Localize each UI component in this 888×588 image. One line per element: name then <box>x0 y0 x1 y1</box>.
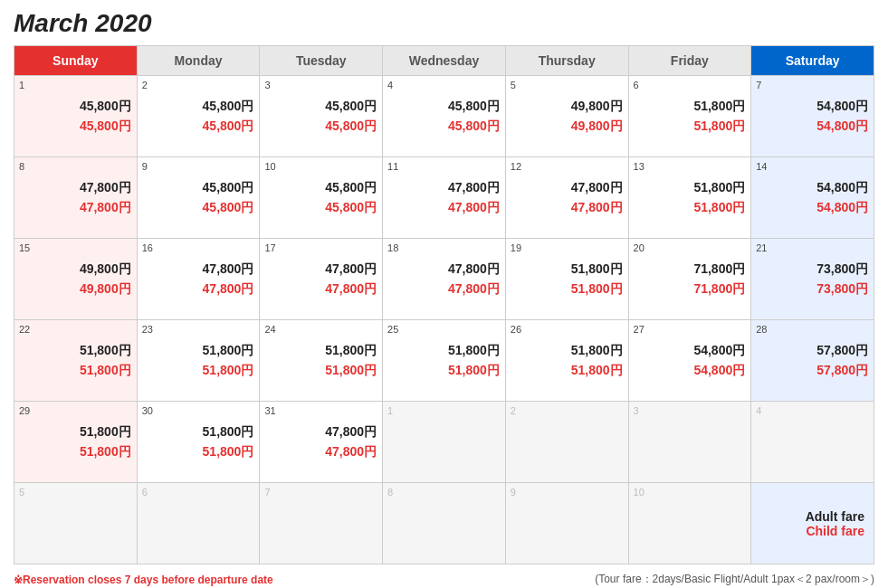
child-fare: 51,800円 <box>511 360 623 380</box>
day-number: 1 <box>19 80 24 90</box>
fare-block: 54,800円54,800円 <box>757 177 868 218</box>
day-number: 5 <box>511 80 516 90</box>
calendar-cell-13: 1351,800円51,800円 <box>628 157 751 239</box>
child-fare: 51,800円 <box>20 360 131 380</box>
fare-block: 51,800円51,800円 <box>265 340 377 381</box>
fare-block: 73,800円73,800円 <box>757 259 868 299</box>
header-wednesday: Wednesday <box>383 46 506 76</box>
day-number: 29 <box>19 405 30 416</box>
fare-block: 51,800円51,800円 <box>20 340 131 381</box>
child-fare: 47,800円 <box>388 279 500 299</box>
adult-fare: 47,800円 <box>265 422 377 441</box>
fare-block: 71,800円71,800円 <box>635 259 746 299</box>
adult-fare: 45,800円 <box>265 177 377 197</box>
child-fare: 54,800円 <box>635 360 746 380</box>
adult-fare: 49,800円 <box>20 259 131 279</box>
fare-block: 45,800円45,800円 <box>20 96 131 137</box>
adult-fare: 47,800円 <box>388 177 500 197</box>
fare-block: 47,800円47,800円 <box>388 177 500 218</box>
child-fare: 45,800円 <box>143 116 254 136</box>
calendar-cell-8: 8 <box>383 483 506 564</box>
calendar-cell-8: 847,800円47,800円 <box>14 157 138 239</box>
calendar-cell-26: 2651,800円51,800円 <box>505 320 628 402</box>
adult-fare: 45,800円 <box>388 96 500 116</box>
child-fare: 51,800円 <box>143 441 254 461</box>
child-fare: 73,800円 <box>757 279 868 299</box>
day-number: 6 <box>634 80 639 90</box>
fare-block: 47,800円47,800円 <box>265 422 377 462</box>
child-fare: 51,800円 <box>635 116 746 136</box>
adult-fare: 51,800円 <box>143 340 254 360</box>
adult-fare: 51,800円 <box>143 422 254 441</box>
day-number: 8 <box>387 487 393 498</box>
fare-block: 51,800円51,800円 <box>143 422 254 462</box>
day-number: 20 <box>634 242 645 253</box>
adult-fare: 51,800円 <box>265 340 377 360</box>
calendar-cell-29: 2951,800円51,800円 <box>14 402 138 483</box>
fare-block: 54,800円54,800円 <box>635 340 746 381</box>
header-sunday: Sunday <box>14 46 138 76</box>
fare-block: 51,800円51,800円 <box>388 340 500 381</box>
adult-fare: 45,800円 <box>20 96 131 116</box>
fare-block: 47,800円47,800円 <box>388 259 500 299</box>
day-number: 14 <box>756 161 767 172</box>
calendar-cell-12: 1247,800円47,800円 <box>505 157 628 239</box>
child-fare: 45,800円 <box>388 116 500 136</box>
child-fare: 45,800円 <box>265 197 377 217</box>
day-number: 16 <box>142 242 153 253</box>
adult-fare: 47,800円 <box>388 259 500 279</box>
fare-block: 51,800円51,800円 <box>635 96 746 137</box>
fare-block: 51,800円51,800円 <box>511 340 623 381</box>
child-fare: 47,800円 <box>20 197 131 217</box>
fare-block: 45,800円45,800円 <box>388 96 500 137</box>
fare-block: 54,800円54,800円 <box>757 96 868 137</box>
day-number: 10 <box>634 487 645 498</box>
day-number: 4 <box>756 405 761 416</box>
day-number: 23 <box>142 324 153 335</box>
child-fare: 51,800円 <box>511 279 623 299</box>
calendar-cell-9: 9 <box>505 483 628 564</box>
adult-fare: 51,800円 <box>388 340 500 360</box>
legend-child-label: Child fare <box>760 524 864 538</box>
day-number: 25 <box>387 324 398 335</box>
child-fare: 57,800円 <box>757 360 868 380</box>
fare-block: 51,800円51,800円 <box>143 340 254 381</box>
calendar-cell-6: 651,800円51,800円 <box>628 76 751 157</box>
calendar-cell-3: 3 <box>628 402 751 483</box>
day-number: 18 <box>387 242 398 253</box>
adult-fare: 51,800円 <box>635 96 746 116</box>
day-number: 12 <box>511 161 521 172</box>
calendar-cell-1: 145,800円45,800円 <box>14 76 138 157</box>
header-monday: Monday <box>137 46 260 76</box>
adult-fare: 51,800円 <box>20 340 131 360</box>
calendar-cell-24: 2451,800円51,800円 <box>260 320 383 402</box>
fare-block: 57,800円57,800円 <box>757 340 868 381</box>
calendar-cell-25: 2551,800円51,800円 <box>383 320 506 402</box>
day-number: 17 <box>264 242 275 253</box>
child-fare: 51,800円 <box>143 360 254 380</box>
calendar-cell-2: 245,800円45,800円 <box>137 76 260 157</box>
adult-fare: 45,800円 <box>143 96 254 116</box>
child-fare: 47,800円 <box>265 279 377 299</box>
day-number: 2 <box>511 405 516 416</box>
calendar-cell-4: 4 <box>751 402 874 483</box>
day-number: 31 <box>264 405 275 416</box>
child-fare: 54,800円 <box>757 116 868 136</box>
fare-block: 45,800円45,800円 <box>265 177 377 218</box>
child-fare: 45,800円 <box>265 116 377 136</box>
footer-tour-note: (Tour fare：2days/Basic Flight/Adult 1pax… <box>595 572 874 587</box>
calendar-cell-1: 1 <box>383 402 506 483</box>
child-fare: 51,800円 <box>388 360 500 380</box>
adult-fare: 47,800円 <box>143 259 254 279</box>
adult-fare: 47,800円 <box>511 177 623 197</box>
day-number: 30 <box>142 405 153 416</box>
child-fare: 47,800円 <box>388 197 500 217</box>
child-fare: 49,800円 <box>511 116 623 136</box>
child-fare: 54,800円 <box>757 197 868 217</box>
fare-block: 49,800円49,800円 <box>20 259 131 299</box>
day-number: 7 <box>264 487 270 498</box>
calendar-cell-5: 5 <box>14 483 138 564</box>
day-number: 3 <box>264 80 270 90</box>
footer-reservation-note: ※Reservation closes 7 days before depart… <box>14 574 273 586</box>
adult-fare: 51,800円 <box>511 340 623 360</box>
